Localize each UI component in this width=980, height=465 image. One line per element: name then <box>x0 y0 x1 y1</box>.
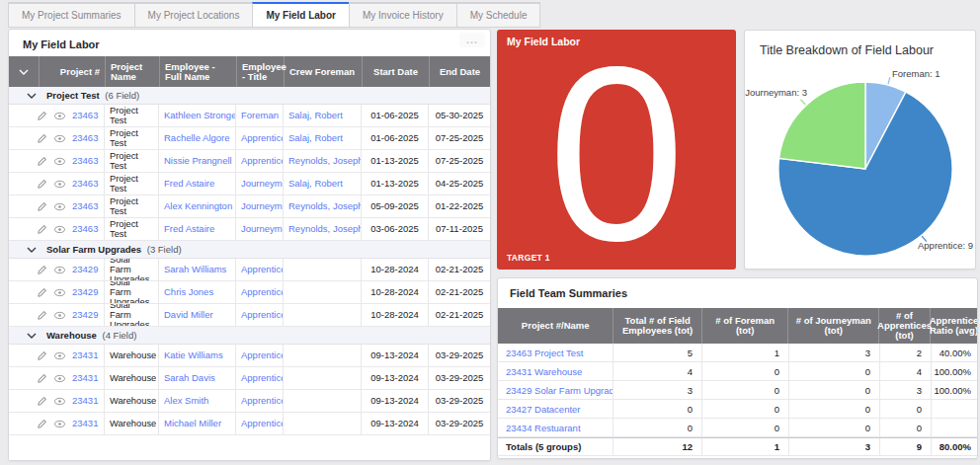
crew-foreman-link[interactable]: Reynolds, Joseph <box>288 224 362 234</box>
employee-title-link[interactable]: Apprentice <box>241 287 284 297</box>
employee-title-link[interactable]: Apprentice <box>241 133 284 143</box>
project-link[interactable]: 23429 Solar Farm Upgrades <box>506 385 613 396</box>
view-button[interactable] <box>53 157 66 166</box>
edit-button[interactable] <box>37 179 47 190</box>
view-button[interactable] <box>53 112 66 120</box>
column-header-of-apprentices-tot[interactable]: # of Apprentices (tot) <box>878 308 930 344</box>
edit-button[interactable] <box>37 201 47 212</box>
column-header-project-name[interactable]: Project #/Name <box>498 308 612 344</box>
edit-button[interactable] <box>37 287 47 298</box>
tab-my-project-summaries[interactable]: My Project Summaries <box>8 2 135 28</box>
view-button[interactable] <box>53 420 66 428</box>
crew-foreman-link[interactable]: Reynolds, Joseph <box>288 201 362 211</box>
edit-button[interactable] <box>37 133 47 144</box>
employee-name-link[interactable]: Fred Astaire <box>164 179 214 189</box>
column-header-project[interactable]: Project # <box>39 56 105 87</box>
column-header-expand[interactable] <box>9 56 39 87</box>
project-number-link[interactable]: 23463 <box>72 179 100 189</box>
employee-title-link[interactable]: Journeyman <box>241 224 284 234</box>
view-button[interactable] <box>53 288 66 297</box>
project-link[interactable]: 23431 Warehouse <box>506 366 582 377</box>
project-link[interactable]: 23427 Datacenter <box>506 404 581 415</box>
column-header-of-journeyman-tot[interactable]: # of Journeyman (tot) <box>787 308 878 344</box>
employee-title-link[interactable]: Journeyman <box>241 179 284 189</box>
project-number-link[interactable]: 23431 <box>72 396 100 406</box>
edit-button[interactable] <box>37 350 47 361</box>
project-number-link[interactable]: 23431 <box>72 350 100 360</box>
crew-foreman-link[interactable]: Reynolds, Joseph <box>288 156 362 166</box>
employee-title-link[interactable]: Apprentice <box>241 265 284 274</box>
column-header-employee-full-name[interactable]: Employee - Full Name <box>159 56 236 87</box>
edit-button[interactable] <box>37 419 47 429</box>
employee-name-link[interactable]: Fred Astaire <box>164 224 214 234</box>
more-options-button[interactable]: ... <box>459 33 485 47</box>
view-button[interactable] <box>53 374 66 383</box>
employee-name-link[interactable]: David Miller <box>164 310 213 320</box>
tab-my-invoice-history[interactable]: My Invoice History <box>349 2 457 28</box>
project-number-link[interactable]: 23463 <box>72 111 100 120</box>
employee-name-link[interactable]: Alex Kennington <box>164 201 232 211</box>
edit-button[interactable] <box>37 224 47 235</box>
group-row-warehouse[interactable]: Warehouse (4 Field) <box>9 327 490 345</box>
project-link[interactable]: 23434 Restuarant <box>506 423 581 433</box>
employee-title-link[interactable]: Apprentice <box>241 396 284 406</box>
employee-title-link[interactable]: Apprentice <box>241 156 284 166</box>
view-button[interactable] <box>53 202 66 211</box>
column-header-total-of-field-employees-tot[interactable]: Total # of Field Employees (tot) <box>612 308 701 344</box>
column-header-end-date[interactable]: End Date <box>429 56 490 87</box>
employee-name-link[interactable]: Rachelle Algore <box>164 133 230 143</box>
view-button[interactable] <box>53 225 66 234</box>
employee-name-link[interactable]: Chris Jones <box>164 287 213 297</box>
project-number-link[interactable]: 23463 <box>72 156 100 166</box>
view-button[interactable] <box>53 311 66 320</box>
column-header-of-foreman-tot[interactable]: # of Foreman (tot) <box>701 308 788 344</box>
crew-foreman-link[interactable]: Salaj, Robert <box>288 179 343 189</box>
employee-title-link[interactable]: Foreman <box>241 111 279 120</box>
view-button[interactable] <box>53 180 66 189</box>
project-link[interactable]: 23463 Project Test <box>506 348 584 358</box>
edit-button[interactable] <box>37 310 47 321</box>
view-button[interactable] <box>53 266 66 274</box>
column-header-crew-foreman[interactable]: Crew Foreman <box>284 56 362 87</box>
project-number-link[interactable]: 23463 <box>72 201 100 211</box>
edit-button[interactable] <box>37 373 47 384</box>
group-row-solar-farm-upgrades[interactable]: Solar Farm Upgrades (3 Field) <box>9 241 490 259</box>
view-button[interactable] <box>53 134 66 143</box>
group-row-project-test[interactable]: Project Test (6 Field) <box>9 87 490 105</box>
employee-name-link[interactable]: Sarah Williams <box>164 265 226 274</box>
column-header-start-date[interactable]: Start Date <box>362 56 429 87</box>
tab-my-field-labor[interactable]: My Field Labor <box>252 2 350 28</box>
employee-title-link[interactable]: Apprentice <box>241 419 284 428</box>
edit-button[interactable] <box>37 156 47 167</box>
employee-name-link[interactable]: Kathleen Stronger <box>164 111 236 120</box>
employee-title-link[interactable]: Apprentice <box>241 310 284 320</box>
edit-button[interactable] <box>37 396 47 407</box>
employee-name-link[interactable]: Michael Miller <box>164 419 221 428</box>
employee-title-link[interactable]: Journeyman <box>241 201 284 211</box>
view-button[interactable] <box>53 397 66 406</box>
column-header-apprentice-ratio-avg[interactable]: Apprentice Ratio (avg) <box>930 308 977 344</box>
project-number-link[interactable]: 23429 <box>72 310 100 320</box>
project-number-link[interactable]: 23431 <box>72 419 100 428</box>
tab-my-project-locations[interactable]: My Project Locations <box>134 2 254 28</box>
project-number-link[interactable]: 23431 <box>72 373 100 383</box>
project-number-link[interactable]: 23429 <box>72 265 100 274</box>
crew-foreman-link[interactable]: Salaj, Robert <box>288 133 343 143</box>
field-labor-kpi-tile[interactable]: My Field Labor 0 TARGET 1 <box>497 30 736 270</box>
project-number-link[interactable]: 23429 <box>72 287 100 297</box>
employee-title-link[interactable]: Apprentice <box>241 350 284 360</box>
tab-my-schedule[interactable]: My Schedule <box>456 2 541 28</box>
project-number-link[interactable]: 23463 <box>72 133 100 143</box>
project-number-link[interactable]: 23463 <box>72 224 100 234</box>
crew-foreman-link[interactable]: Salaj, Robert <box>288 111 343 120</box>
edit-button[interactable] <box>37 111 47 121</box>
employee-name-link[interactable]: Katie Williams <box>164 350 223 360</box>
edit-button[interactable] <box>37 265 47 275</box>
employee-name-link[interactable]: Nissie Prangnell <box>164 156 232 166</box>
view-button[interactable] <box>53 351 66 360</box>
employee-name-link[interactable]: Sarah Davis <box>164 373 215 383</box>
employee-name-link[interactable]: Alex Smith <box>164 396 208 406</box>
column-header-employee-title[interactable]: Employee - Title <box>236 56 284 87</box>
employee-title-link[interactable]: Apprentice <box>241 373 284 383</box>
column-header-project-name[interactable]: Project Name <box>105 56 159 87</box>
